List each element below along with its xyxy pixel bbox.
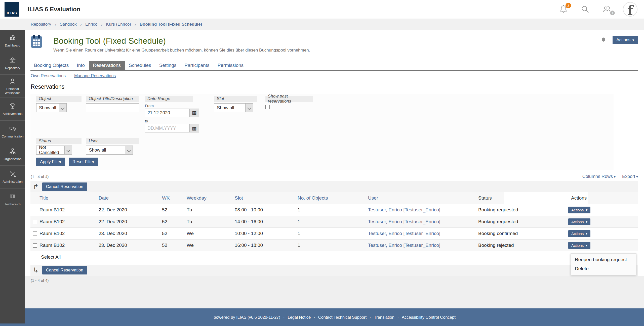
user-avatar[interactable]: f — [623, 2, 637, 17]
sidebar-item-dashboard[interactable]: Dashboard — [0, 30, 25, 52]
cell-weekday: We — [187, 231, 235, 236]
org-chart-icon — [9, 148, 16, 155]
column-header-weekday[interactable]: Weekday — [187, 195, 235, 201]
slot-select[interactable]: Show all — [214, 103, 253, 112]
date-to-input[interactable] — [145, 124, 189, 132]
tab-participants[interactable]: Participants — [180, 61, 213, 70]
main-sidebar: Dashboard Repository Personal Workspace … — [0, 30, 25, 323]
contacts-button[interactable]: 1 — [601, 4, 612, 15]
export-dropdown[interactable]: Export▾ — [622, 174, 638, 179]
cell-status: Booking confirmed — [478, 231, 568, 236]
chat-bubbles-icon — [9, 125, 16, 132]
calendar-icon[interactable]: ▦ — [189, 124, 199, 132]
page-title: Booking Tool (Fixed Schedule) — [53, 36, 638, 46]
cell-wk: 52 — [162, 231, 187, 236]
table-row: Raum B102 22. Dec 2020 52 Tu 08:00 - 10:… — [30, 204, 638, 216]
column-header-objects[interactable]: No. of Objects — [298, 195, 368, 201]
cell-status: Booking requested — [478, 219, 568, 224]
tab-permissions[interactable]: Permissions — [214, 61, 248, 70]
user-select[interactable]: Show all — [86, 146, 133, 155]
subtab-manage-reservations[interactable]: Manage Reservations — [74, 73, 116, 78]
sidebar-item-administration[interactable]: Administration — [0, 166, 25, 189]
tab-settings[interactable]: Settings — [155, 61, 181, 70]
calendar-icon[interactable]: ▦ — [189, 109, 199, 117]
column-header-title[interactable]: Title — [39, 195, 99, 201]
menu-item-delete[interactable]: Delete — [571, 264, 636, 273]
tab-booking-objects[interactable]: Booking Objects — [30, 61, 73, 70]
breadcrumb-item-sandbox[interactable]: Sandbox — [60, 22, 77, 27]
select-all-checkbox[interactable] — [33, 255, 37, 259]
tab-info[interactable]: Info — [73, 61, 89, 70]
subtab-own-reservations[interactable]: Own Reservations — [31, 73, 66, 78]
user-link[interactable]: Testuser, Enrico [Testuser_Enrico] — [368, 231, 440, 236]
user-link[interactable]: Testuser, Enrico [Testuser_Enrico] — [368, 219, 440, 224]
column-header-wk[interactable]: WK — [162, 195, 187, 201]
result-range-bottom: (1 - 4 of 4) — [31, 278, 49, 283]
sidebar-item-organisation[interactable]: Organisation — [0, 143, 25, 166]
row-checkbox[interactable] — [33, 243, 37, 248]
columns-rows-dropdown[interactable]: Columns Rows▾ — [582, 174, 616, 179]
menu-item-reopen-booking-request[interactable]: Reopen booking request — [571, 255, 636, 264]
bank-building-icon — [9, 57, 16, 64]
table-row: Raum B102 22. Dec 2020 52 Tu 14:00 - 16:… — [30, 216, 638, 228]
cell-objects: 1 — [298, 219, 368, 224]
show-past-checkbox[interactable] — [265, 105, 270, 109]
search-button[interactable] — [580, 4, 591, 15]
date-from-input[interactable] — [145, 109, 189, 117]
breadcrumb-item-kurs[interactable]: Kurs (Enrico) — [106, 22, 131, 27]
notification-badge: 3 — [566, 3, 571, 8]
sidebar-item-personal-workspace[interactable]: Personal Workspace — [0, 75, 25, 98]
search-icon — [580, 4, 591, 15]
table-command-bar-top: ↱ Cancel Reservation — [30, 181, 638, 192]
apply-filter-button[interactable]: Apply Filter — [36, 158, 65, 166]
row-actions-button[interactable]: Actions▾ — [568, 230, 590, 237]
cell-objects: 1 — [298, 243, 368, 248]
row-actions-button[interactable]: Actions▾ — [568, 218, 590, 225]
breadcrumb-item-repository[interactable]: Repository — [31, 22, 51, 27]
footer-link-accessibility[interactable]: Accessibility Control Concept — [402, 315, 456, 320]
date-to-field: ▦ — [145, 124, 199, 132]
row-checkbox[interactable] — [33, 231, 37, 236]
tab-reservations[interactable]: Reservations — [89, 61, 125, 70]
status-select[interactable]: Not Cancelled — [36, 146, 72, 155]
object-notification-bell-icon[interactable] — [600, 36, 607, 43]
footer-link-translation[interactable]: Translation — [374, 315, 394, 320]
page-actions-button[interactable]: Actions ▾ — [613, 36, 638, 44]
row-actions-button[interactable]: Actions▾ — [568, 207, 590, 213]
object-select[interactable]: Show all — [36, 103, 67, 112]
reset-filter-button[interactable]: Reset Filter — [69, 158, 98, 166]
select-all-label: Select All — [41, 254, 61, 260]
sidebar-item-label: Testbereich — [5, 203, 21, 207]
row-actions-button-open[interactable]: Actions▾ — [568, 242, 590, 249]
date-to-label: to — [145, 119, 199, 123]
footer-link-contact-support[interactable]: Contact Technical Support — [318, 315, 367, 320]
row-checkbox[interactable] — [33, 208, 37, 212]
powered-by-text: powered by ILIAS (v6.6 2020-11-27) — [214, 315, 280, 320]
cancel-reservation-button-bottom[interactable]: Cancel Reservation — [42, 266, 87, 274]
user-link[interactable]: Testuser, Enrico [Testuser_Enrico] — [368, 243, 440, 248]
object-title-input[interactable] — [86, 103, 139, 112]
notifications-button[interactable]: 3 — [558, 4, 569, 15]
sidebar-item-achievements[interactable]: Achievements — [0, 98, 25, 121]
sidebar-item-communication[interactable]: Communication — [0, 121, 25, 143]
ilias-logo[interactable]: ILIAS — [5, 2, 19, 17]
caret-down-icon: ▾ — [586, 220, 587, 224]
sidebar-item-repository[interactable]: Repository — [0, 52, 25, 75]
column-header-date[interactable]: Date — [99, 195, 162, 201]
table-command-bar-bottom: ↳ Cancel Reservation — [30, 265, 638, 276]
subtab-bar: Own Reservations Manage Reservations — [31, 73, 644, 78]
sidebar-item-testbereich[interactable]: Testbereich — [0, 189, 25, 211]
date-from-label: From — [145, 104, 199, 108]
user-link[interactable]: Testuser, Enrico [Testuser_Enrico] — [368, 207, 440, 212]
column-header-user[interactable]: User — [368, 195, 478, 201]
row-checkbox[interactable] — [33, 220, 37, 224]
tab-schedules[interactable]: Schedules — [125, 61, 155, 70]
cancel-reservation-button-top[interactable]: Cancel Reservation — [42, 182, 87, 191]
breadcrumb-item-enrico[interactable]: Enrico — [85, 22, 97, 27]
column-header-slot[interactable]: Slot — [235, 195, 298, 201]
breadcrumb-item-current[interactable]: Booking Tool (Fixed Schedule) — [140, 22, 202, 27]
filter-panel: Object Show all Object Title/Description… — [30, 94, 614, 170]
footer-link-legal-notice[interactable]: Legal Notice — [288, 315, 311, 320]
filter-slot-label: Slot — [214, 96, 257, 102]
cell-wk: 52 — [162, 207, 187, 213]
